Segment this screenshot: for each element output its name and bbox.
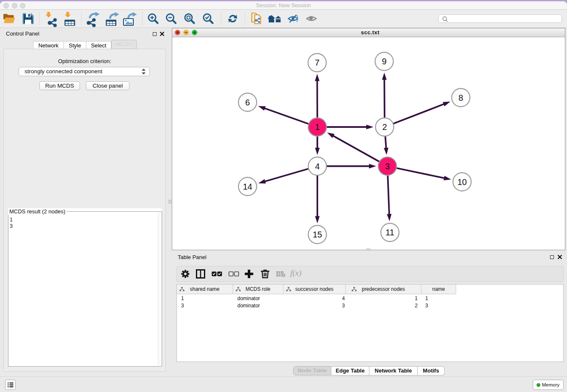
svg-text:2: 2 [382, 122, 387, 132]
svg-text:3: 3 [385, 161, 390, 171]
svg-text:15: 15 [313, 230, 322, 239]
svg-text:11: 11 [385, 228, 394, 237]
svg-text:6: 6 [245, 97, 250, 107]
svg-text:1: 1 [315, 122, 319, 132]
svg-text:14: 14 [243, 182, 252, 191]
svg-text:8: 8 [458, 93, 463, 102]
svg-text:7: 7 [315, 58, 319, 67]
svg-text:9: 9 [382, 57, 386, 66]
svg-text:10: 10 [457, 177, 467, 186]
svg-text:4: 4 [315, 161, 319, 171]
